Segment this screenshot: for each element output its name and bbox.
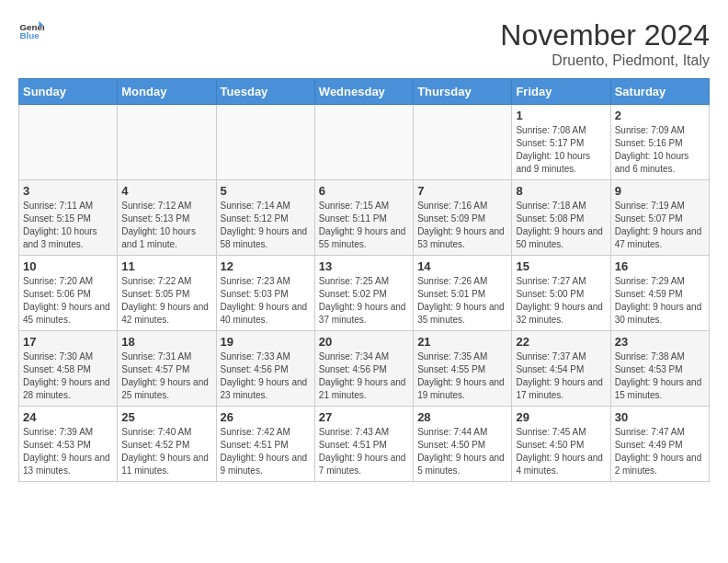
day-number: 21 xyxy=(417,335,507,349)
calendar-day-cell: 22Sunrise: 7:37 AM Sunset: 4:54 PM Dayli… xyxy=(512,331,610,407)
day-number: 10 xyxy=(23,259,113,273)
day-info: Sunrise: 7:40 AM Sunset: 4:52 PM Dayligh… xyxy=(121,426,211,477)
day-info: Sunrise: 7:29 AM Sunset: 4:59 PM Dayligh… xyxy=(615,275,705,327)
day-info: Sunrise: 7:12 AM Sunset: 5:13 PM Dayligh… xyxy=(121,200,211,251)
day-number: 30 xyxy=(615,410,705,424)
calendar-day-cell xyxy=(19,105,118,180)
day-info: Sunrise: 7:26 AM Sunset: 5:01 PM Dayligh… xyxy=(417,275,507,327)
day-of-week-header: Sunday xyxy=(19,79,118,105)
calendar-day-cell: 13Sunrise: 7:25 AM Sunset: 5:02 PM Dayli… xyxy=(314,256,413,331)
calendar-day-cell: 11Sunrise: 7:22 AM Sunset: 5:05 PM Dayli… xyxy=(118,256,216,331)
day-info: Sunrise: 7:42 AM Sunset: 4:51 PM Dayligh… xyxy=(221,426,311,477)
day-number: 26 xyxy=(221,410,311,424)
day-info: Sunrise: 7:38 AM Sunset: 4:53 PM Dayligh… xyxy=(615,350,705,402)
day-info: Sunrise: 7:35 AM Sunset: 4:55 PM Dayligh… xyxy=(417,350,507,402)
day-number: 22 xyxy=(516,335,606,349)
calendar-day-cell: 10Sunrise: 7:20 AM Sunset: 5:06 PM Dayli… xyxy=(19,256,118,331)
day-info: Sunrise: 7:18 AM Sunset: 5:08 PM Dayligh… xyxy=(516,200,606,251)
calendar-day-cell: 5Sunrise: 7:14 AM Sunset: 5:12 PM Daylig… xyxy=(216,180,314,256)
day-info: Sunrise: 7:25 AM Sunset: 5:02 PM Dayligh… xyxy=(319,275,409,327)
calendar-day-cell xyxy=(216,105,314,180)
day-info: Sunrise: 7:22 AM Sunset: 5:05 PM Dayligh… xyxy=(121,275,211,327)
day-info: Sunrise: 7:19 AM Sunset: 5:07 PM Dayligh… xyxy=(615,200,705,251)
calendar-table: SundayMondayTuesdayWednesdayThursdayFrid… xyxy=(18,78,710,482)
calendar-day-cell xyxy=(314,105,413,180)
day-of-week-header: Tuesday xyxy=(216,79,314,105)
day-of-week-header: Thursday xyxy=(414,79,512,105)
day-number: 3 xyxy=(23,184,113,198)
day-of-week-header: Saturday xyxy=(610,79,709,105)
calendar-day-cell: 26Sunrise: 7:42 AM Sunset: 4:51 PM Dayli… xyxy=(216,407,314,482)
calendar-day-cell: 9Sunrise: 7:19 AM Sunset: 5:07 PM Daylig… xyxy=(610,180,709,256)
calendar-day-cell: 12Sunrise: 7:23 AM Sunset: 5:03 PM Dayli… xyxy=(216,256,314,331)
calendar-day-cell: 27Sunrise: 7:43 AM Sunset: 4:51 PM Dayli… xyxy=(314,407,413,482)
calendar-day-cell: 15Sunrise: 7:27 AM Sunset: 5:00 PM Dayli… xyxy=(512,256,610,331)
day-number: 12 xyxy=(221,259,311,273)
calendar-week-row: 1Sunrise: 7:08 AM Sunset: 5:17 PM Daylig… xyxy=(19,105,710,180)
day-info: Sunrise: 7:44 AM Sunset: 4:50 PM Dayligh… xyxy=(417,426,507,477)
calendar-day-cell: 7Sunrise: 7:16 AM Sunset: 5:09 PM Daylig… xyxy=(414,180,512,256)
day-number: 7 xyxy=(417,184,507,198)
day-number: 24 xyxy=(23,410,113,424)
day-info: Sunrise: 7:09 AM Sunset: 5:16 PM Dayligh… xyxy=(615,124,705,176)
day-info: Sunrise: 7:16 AM Sunset: 5:09 PM Dayligh… xyxy=(417,200,507,251)
day-of-week-header: Monday xyxy=(118,79,216,105)
day-info: Sunrise: 7:43 AM Sunset: 4:51 PM Dayligh… xyxy=(319,426,409,477)
day-of-week-header: Friday xyxy=(512,79,610,105)
calendar-day-cell: 3Sunrise: 7:11 AM Sunset: 5:15 PM Daylig… xyxy=(19,180,118,256)
day-number: 19 xyxy=(221,335,311,349)
day-info: Sunrise: 7:33 AM Sunset: 4:56 PM Dayligh… xyxy=(221,350,311,402)
day-info: Sunrise: 7:47 AM Sunset: 4:49 PM Dayligh… xyxy=(615,426,705,477)
calendar-day-cell: 19Sunrise: 7:33 AM Sunset: 4:56 PM Dayli… xyxy=(216,331,314,407)
calendar-day-cell: 30Sunrise: 7:47 AM Sunset: 4:49 PM Dayli… xyxy=(610,407,709,482)
day-number: 11 xyxy=(121,259,211,273)
day-number: 14 xyxy=(417,259,507,273)
day-info: Sunrise: 7:45 AM Sunset: 4:50 PM Dayligh… xyxy=(516,426,606,477)
day-info: Sunrise: 7:27 AM Sunset: 5:00 PM Dayligh… xyxy=(516,275,606,327)
day-info: Sunrise: 7:08 AM Sunset: 5:17 PM Dayligh… xyxy=(516,124,606,176)
day-info: Sunrise: 7:11 AM Sunset: 5:15 PM Dayligh… xyxy=(23,200,113,251)
day-info: Sunrise: 7:20 AM Sunset: 5:06 PM Dayligh… xyxy=(23,275,113,327)
day-number: 20 xyxy=(319,335,409,349)
calendar-day-cell: 18Sunrise: 7:31 AM Sunset: 4:57 PM Dayli… xyxy=(118,331,216,407)
calendar-day-cell: 23Sunrise: 7:38 AM Sunset: 4:53 PM Dayli… xyxy=(610,331,709,407)
day-number: 16 xyxy=(615,259,705,273)
day-number: 4 xyxy=(121,184,211,198)
day-number: 5 xyxy=(221,184,311,198)
day-info: Sunrise: 7:34 AM Sunset: 4:56 PM Dayligh… xyxy=(319,350,409,402)
day-number: 15 xyxy=(516,259,606,273)
calendar-week-row: 10Sunrise: 7:20 AM Sunset: 5:06 PM Dayli… xyxy=(19,256,710,331)
calendar-day-cell: 17Sunrise: 7:30 AM Sunset: 4:58 PM Dayli… xyxy=(19,331,118,407)
location: Druento, Piedmont, Italy xyxy=(500,52,710,69)
day-number: 13 xyxy=(319,259,409,273)
calendar-day-cell: 21Sunrise: 7:35 AM Sunset: 4:55 PM Dayli… xyxy=(414,331,512,407)
day-number: 18 xyxy=(121,335,211,349)
calendar-day-cell: 8Sunrise: 7:18 AM Sunset: 5:08 PM Daylig… xyxy=(512,180,610,256)
day-number: 29 xyxy=(516,410,606,424)
calendar-day-cell: 28Sunrise: 7:44 AM Sunset: 4:50 PM Dayli… xyxy=(414,407,512,482)
calendar-day-cell: 4Sunrise: 7:12 AM Sunset: 5:13 PM Daylig… xyxy=(118,180,216,256)
day-info: Sunrise: 7:15 AM Sunset: 5:11 PM Dayligh… xyxy=(319,200,409,251)
calendar-day-cell xyxy=(414,105,512,180)
calendar-day-cell: 25Sunrise: 7:40 AM Sunset: 4:52 PM Dayli… xyxy=(118,407,216,482)
day-info: Sunrise: 7:39 AM Sunset: 4:53 PM Dayligh… xyxy=(23,426,113,477)
day-number: 9 xyxy=(615,184,705,198)
day-number: 17 xyxy=(23,335,113,349)
calendar-day-cell: 29Sunrise: 7:45 AM Sunset: 4:50 PM Dayli… xyxy=(512,407,610,482)
day-info: Sunrise: 7:31 AM Sunset: 4:57 PM Dayligh… xyxy=(121,350,211,402)
day-number: 23 xyxy=(615,335,705,349)
calendar-day-cell: 24Sunrise: 7:39 AM Sunset: 4:53 PM Dayli… xyxy=(19,407,118,482)
calendar-day-cell: 2Sunrise: 7:09 AM Sunset: 5:16 PM Daylig… xyxy=(610,105,709,180)
day-number: 6 xyxy=(319,184,409,198)
calendar-day-cell xyxy=(118,105,216,180)
page-header: General Blue November 2024 Druento, Pied… xyxy=(18,18,710,69)
calendar-header-row: SundayMondayTuesdayWednesdayThursdayFrid… xyxy=(19,79,710,105)
title-block: November 2024 Druento, Piedmont, Italy xyxy=(500,18,710,69)
day-number: 28 xyxy=(417,410,507,424)
day-info: Sunrise: 7:14 AM Sunset: 5:12 PM Dayligh… xyxy=(221,200,311,251)
month-title: November 2024 xyxy=(500,18,710,52)
logo: General Blue xyxy=(18,18,44,44)
calendar-day-cell: 1Sunrise: 7:08 AM Sunset: 5:17 PM Daylig… xyxy=(512,105,610,180)
calendar-week-row: 17Sunrise: 7:30 AM Sunset: 4:58 PM Dayli… xyxy=(19,331,710,407)
day-number: 8 xyxy=(516,184,606,198)
